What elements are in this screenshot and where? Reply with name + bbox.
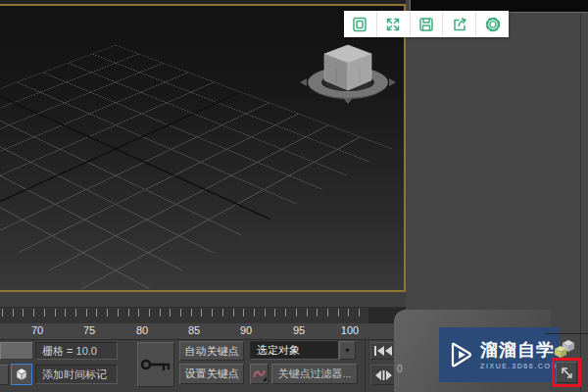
nav-area-divider [545, 333, 588, 334]
previous-frame-button[interactable] [370, 365, 396, 385]
tick-label: 90 [240, 324, 252, 336]
maximize-viewport-toggle[interactable] [556, 362, 577, 383]
screen-capture-icon [351, 16, 368, 33]
tick-label: 70 [31, 324, 43, 336]
divider [365, 340, 366, 392]
edge-button[interactable] [0, 365, 9, 385]
previous-frame-icon [372, 368, 394, 382]
zoom-extents-all-icon[interactable] [555, 340, 576, 360]
watermark-title: 溜溜自学 [480, 340, 559, 360]
save-button[interactable] [411, 11, 444, 37]
cube-icon [14, 367, 29, 382]
tick-label: 100 [341, 324, 359, 336]
frame-number: 0 [397, 364, 403, 374]
timeline-ticks [2, 309, 367, 317]
blank-chip-button[interactable] [0, 342, 33, 360]
watermark-site: ZIXUE.3D66.COM [480, 363, 559, 369]
settings-button[interactable] [476, 11, 509, 37]
highlight-box [552, 358, 581, 387]
key-tangent-button[interactable] [250, 364, 269, 384]
viewcube-icon[interactable] [294, 37, 402, 110]
fullscreen-icon [384, 16, 402, 33]
maximize-viewport-icon [559, 365, 574, 380]
timeline-labels: 70 75 80 85 90 95 100 [0, 323, 406, 339]
isolate-cube-button[interactable] [11, 364, 32, 385]
time-slider-track[interactable] [0, 292, 406, 308]
watermark: 溜溜自学 ZIXUE.3D66.COM [439, 327, 560, 382]
set-keys-button[interactable] [137, 342, 174, 387]
share-button[interactable] [443, 11, 476, 37]
chevron-down-icon: ▼ [344, 347, 351, 354]
key-filters-button[interactable]: 关键点过滤器... [271, 364, 358, 384]
perspective-viewport[interactable] [0, 4, 406, 292]
dropdown-arrow-button[interactable]: ▼ [339, 341, 356, 360]
status-bar: 栅格 = 10.0 添加时间标记 自动关键点 设置关键点 选定对象 ▼ [0, 339, 406, 392]
tick-label: 75 [83, 324, 95, 336]
capture-toolbar [344, 11, 509, 37]
tick-label: 95 [293, 324, 305, 336]
tick-label: 85 [188, 324, 200, 336]
timeline-ruler[interactable] [0, 308, 406, 323]
add-time-tag-field[interactable]: 添加时间标记 [35, 365, 118, 384]
panel-divider [580, 13, 581, 392]
selection-filter-dropdown[interactable]: 选定对象 [250, 341, 339, 360]
play-logo-icon [447, 339, 473, 370]
tick-label: 80 [136, 324, 148, 336]
gear-icon [484, 16, 502, 33]
share-icon [451, 16, 468, 33]
save-icon [417, 16, 435, 33]
fullscreen-button[interactable] [377, 11, 411, 37]
key-icon [139, 354, 172, 375]
go-to-start-icon [372, 344, 394, 358]
grid-size-field[interactable]: 栅格 = 10.0 [35, 342, 118, 360]
go-to-start-button[interactable] [370, 342, 396, 360]
curve-tangent-icon [252, 367, 267, 381]
3ds-max-window: 70 75 80 85 90 95 100 栅格 = 10.0 添加时间标记 [0, 0, 588, 392]
auto-key-button[interactable]: 自动关键点 [179, 341, 244, 361]
screen-capture-button[interactable] [344, 11, 377, 37]
set-key-button[interactable]: 设置关键点 [179, 364, 244, 384]
